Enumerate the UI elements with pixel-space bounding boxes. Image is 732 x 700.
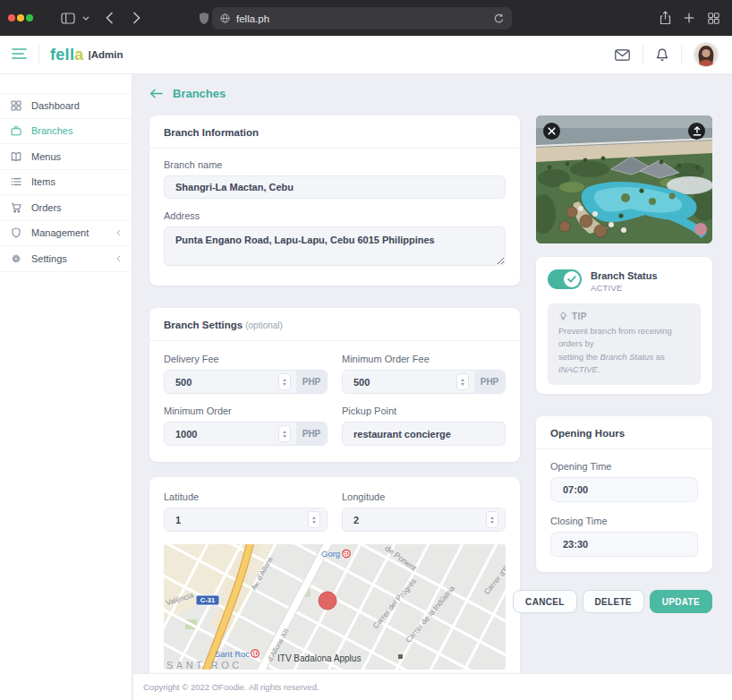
notifications-bell-icon[interactable] xyxy=(643,48,681,62)
latitude-label: Latitude xyxy=(164,491,328,502)
forward-button[interactable] xyxy=(132,0,140,36)
browser-window: fella.ph fella |Admin xyxy=(0,0,732,700)
main-area: Branches Branch Information Branch name … xyxy=(133,74,732,700)
svg-text:C-31: C-31 xyxy=(200,596,215,604)
longitude-stepper[interactable] xyxy=(486,511,498,528)
page-title: Branches xyxy=(173,87,226,100)
chevron-down-icon[interactable] xyxy=(82,0,89,36)
close-window-button[interactable] xyxy=(8,14,15,21)
min-order-fee-input[interactable] xyxy=(353,377,456,388)
delivery-fee-stepper[interactable] xyxy=(278,373,291,390)
admin-label: |Admin xyxy=(89,49,123,60)
closing-time-input[interactable] xyxy=(550,532,698,557)
sidebar-item-label: Dashboard xyxy=(31,100,80,111)
address-textarea[interactable]: Punta Engano Road, Lapu-Lapu, Cebu 6015 … xyxy=(164,226,506,266)
sidebar-item-items[interactable]: Items xyxy=(0,170,132,196)
currency-suffix: PHP xyxy=(474,371,505,393)
gear-icon xyxy=(11,253,22,264)
sidebar-item-branches[interactable]: Branches xyxy=(0,119,132,145)
sidebar-item-settings[interactable]: Settings xyxy=(0,246,132,272)
privacy-shield-icon[interactable] xyxy=(199,0,209,36)
longitude-input[interactable] xyxy=(353,515,486,525)
new-tab-icon[interactable] xyxy=(684,0,694,36)
mail-icon[interactable] xyxy=(602,49,643,61)
footer: Copyright © 2022 OFoodie. All rights res… xyxy=(133,673,732,700)
longitude-field: Longitude xyxy=(342,491,506,532)
lightbulb-icon xyxy=(558,312,568,321)
min-order-field: Minimum Order PHP xyxy=(164,405,328,446)
card-title: Opening Hours xyxy=(536,416,712,449)
map-label-gorg: Gorg xyxy=(321,549,340,559)
reload-icon[interactable] xyxy=(494,13,504,24)
sidebar-item-menus[interactable]: Menus xyxy=(0,144,132,170)
delete-button[interactable]: DELETE xyxy=(583,590,644,613)
shield-icon xyxy=(11,227,22,238)
sidebar-item-dashboard[interactable]: Dashboard xyxy=(0,93,132,119)
sidebar-item-management[interactable]: Management xyxy=(0,221,132,247)
sidebar-item-orders[interactable]: Orders xyxy=(0,195,132,221)
tip-box: TIP Prevent branch from receiving orders… xyxy=(548,303,701,385)
delivery-fee-label: Delivery Fee xyxy=(164,354,328,364)
card-title: Branch Information xyxy=(149,115,520,149)
branch-name-label: Branch name xyxy=(164,159,506,170)
sidebar-item-label: Branches xyxy=(31,125,72,136)
min-order-fee-stepper[interactable] xyxy=(456,373,469,390)
currency-suffix: PHP xyxy=(296,371,327,393)
map-label-itv: ITV Badalona Applus xyxy=(277,653,361,663)
sidebar-item-label: Items xyxy=(31,176,55,187)
currency-suffix: PHP xyxy=(296,423,327,445)
card-title: Branch Settings(optional) xyxy=(149,308,520,341)
min-order-label: Minimum Order xyxy=(164,405,328,416)
sidebar-item-label: Orders xyxy=(31,202,62,213)
branch-information-card: Branch Information Branch name Address P… xyxy=(149,115,520,286)
min-order-fee-label: Minimum Order Fee xyxy=(342,354,506,364)
min-order-input[interactable] xyxy=(175,429,278,440)
back-arrow-icon[interactable] xyxy=(149,89,163,98)
sidebar-toggle-icon[interactable] xyxy=(61,0,75,36)
branch-name-input[interactable] xyxy=(164,175,506,199)
opening-time-label: Opening Time xyxy=(550,461,698,472)
delivery-fee-input[interactable] xyxy=(175,377,278,388)
minimize-window-button[interactable] xyxy=(17,14,24,21)
min-order-stepper[interactable] xyxy=(278,425,291,442)
cancel-button[interactable]: CANCEL xyxy=(513,590,576,613)
address-bar[interactable]: fella.ph xyxy=(212,7,512,30)
map-label-sant-roc: Sant Roc xyxy=(215,649,250,659)
user-avatar[interactable] xyxy=(694,43,718,66)
app-header: fella |Admin xyxy=(0,36,732,74)
url-text: fella.ph xyxy=(236,13,494,24)
menu-toggle-icon[interactable] xyxy=(12,47,27,63)
metro-icon xyxy=(343,550,350,557)
back-button[interactable] xyxy=(106,0,114,36)
opening-time-input[interactable] xyxy=(550,477,698,502)
header-divider xyxy=(38,45,39,64)
address-label: Address xyxy=(164,210,506,221)
latitude-stepper[interactable] xyxy=(308,511,320,528)
branch-photo xyxy=(536,115,712,243)
share-icon[interactable] xyxy=(660,0,671,36)
tab-overview-icon[interactable] xyxy=(708,0,719,36)
latitude-field: Latitude xyxy=(164,491,328,532)
chevron-left-icon xyxy=(116,229,121,236)
chevron-left-icon xyxy=(116,255,121,262)
dashboard-grid-icon xyxy=(11,100,22,111)
zoom-window-button[interactable] xyxy=(26,14,33,21)
optional-label: (optional) xyxy=(245,320,283,330)
pickup-point-label: Pickup Point xyxy=(342,405,506,416)
update-button[interactable]: UPDATE xyxy=(650,590,712,613)
briefcase-icon xyxy=(11,125,22,136)
branch-status-card: Branch Status ACTIVE TIP Prevent branch … xyxy=(536,257,712,394)
upload-photo-button[interactable] xyxy=(688,123,705,140)
globe-icon xyxy=(220,13,230,23)
latitude-input[interactable] xyxy=(175,515,308,525)
remove-photo-button[interactable] xyxy=(543,123,560,140)
metro-icon xyxy=(251,650,259,657)
map[interactable]: C-31 Gorg València Sant Roc SANT ROC ITV… xyxy=(164,544,506,670)
branch-status-toggle[interactable] xyxy=(548,269,582,289)
pickup-point-input[interactable] xyxy=(342,422,506,446)
traffic-lights[interactable] xyxy=(8,14,33,21)
branch-status-title: Branch Status xyxy=(591,269,658,281)
fella-logo[interactable]: fella xyxy=(50,46,84,64)
delivery-fee-field: Delivery Fee PHP xyxy=(164,354,328,394)
open-book-icon xyxy=(11,151,22,162)
